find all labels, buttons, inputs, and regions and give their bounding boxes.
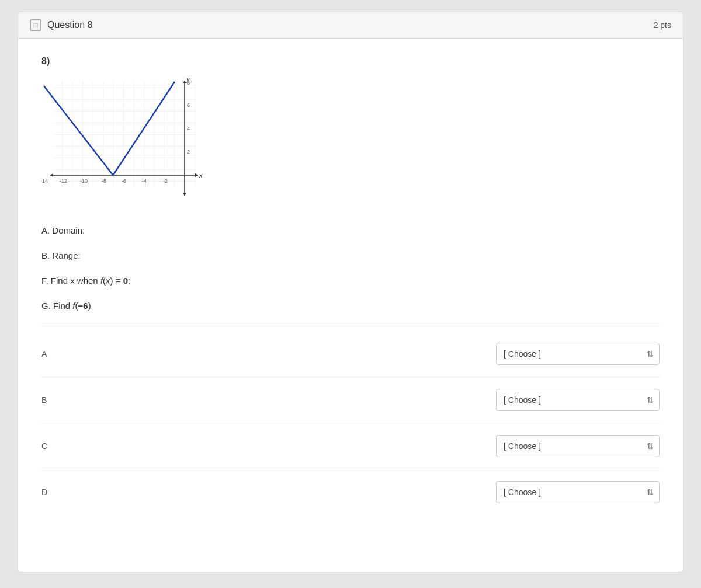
answer-select-wrapper-A: [ Choose ] ⇅ xyxy=(496,343,660,365)
answer-label-C: C xyxy=(41,441,77,451)
svg-text:2: 2 xyxy=(187,149,190,155)
svg-text:-10: -10 xyxy=(80,178,88,184)
answer-select-D[interactable]: [ Choose ] xyxy=(496,481,660,503)
answer-select-A[interactable]: [ Choose ] xyxy=(496,343,660,365)
answer-select-wrapper-C: [ Choose ] ⇅ xyxy=(496,435,660,457)
question-card: □ Question 8 2 pts 8) xyxy=(18,12,683,572)
question-body: 8) xyxy=(18,39,683,533)
answer-row-B: B [ Choose ] ⇅ xyxy=(41,377,660,423)
answer-label-B: B xyxy=(41,395,77,405)
svg-text:4: 4 xyxy=(187,126,190,131)
graph-svg: x y 2 4 6 8 -14 -12 -10 xyxy=(41,76,205,210)
answer-row-A: A [ Choose ] ⇅ xyxy=(41,331,660,377)
header-left: □ Question 8 xyxy=(30,19,92,31)
svg-text:6: 6 xyxy=(187,102,190,108)
svg-text:-12: -12 xyxy=(60,178,67,184)
answer-rows: A [ Choose ] ⇅ B [ Choose ] ⇅ xyxy=(41,331,660,515)
graph-container: x y 2 4 6 8 -14 -12 -10 xyxy=(41,76,205,213)
svg-text:-2: -2 xyxy=(163,178,168,184)
svg-text:-14: -14 xyxy=(41,178,48,184)
labels-section: A. Domain: B. Range: F. Find x when f(x)… xyxy=(41,224,660,312)
label-B: B. Range: xyxy=(41,249,660,262)
svg-marker-6 xyxy=(183,193,186,196)
svg-rect-0 xyxy=(53,82,196,187)
svg-marker-2 xyxy=(195,173,198,177)
label-B-text: B. Range: xyxy=(41,250,81,260)
answer-select-wrapper-D: [ Choose ] ⇅ xyxy=(496,481,660,503)
answer-select-B[interactable]: [ Choose ] xyxy=(496,389,660,411)
answer-row-D: D [ Choose ] ⇅ xyxy=(41,469,660,515)
svg-text:8: 8 xyxy=(187,80,190,86)
svg-text:-4: -4 xyxy=(142,178,147,184)
question-icon: □ xyxy=(30,19,41,31)
answer-row-C: C [ Choose ] ⇅ xyxy=(41,423,660,469)
question-pts: 2 pts xyxy=(654,20,671,30)
svg-marker-3 xyxy=(50,173,53,177)
answer-label-D: D xyxy=(41,488,77,497)
label-F: F. Find x when f(x) = 0: xyxy=(41,274,660,287)
label-G: G. Find f(−6) xyxy=(41,300,660,312)
answer-select-C[interactable]: [ Choose ] xyxy=(496,435,660,457)
svg-text:-8: -8 xyxy=(102,178,106,184)
question-header: □ Question 8 2 pts xyxy=(18,12,683,39)
svg-text:-6: -6 xyxy=(122,178,126,184)
question-title: Question 8 xyxy=(47,20,92,30)
svg-text:x: x xyxy=(199,172,203,179)
label-A-text: A. Domain: xyxy=(41,225,85,235)
divider xyxy=(41,325,660,325)
label-A: A. Domain: xyxy=(41,224,660,236)
problem-number: 8) xyxy=(41,56,660,67)
answer-select-wrapper-B: [ Choose ] ⇅ xyxy=(496,389,660,411)
answer-label-A: A xyxy=(41,349,77,359)
